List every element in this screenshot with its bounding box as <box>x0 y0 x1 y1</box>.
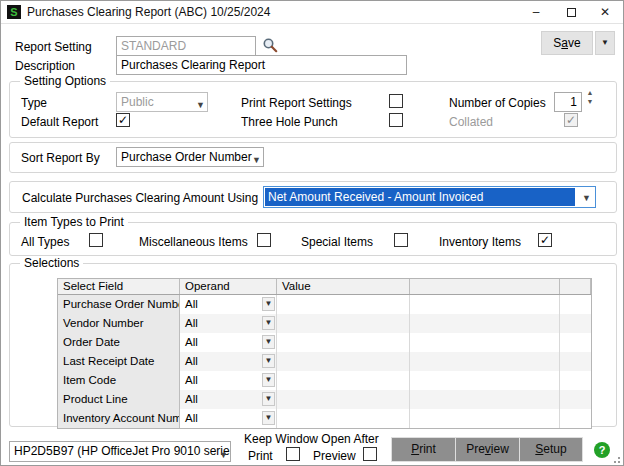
keep-open-print-checkbox[interactable] <box>286 447 300 461</box>
preview-label-post: iew <box>491 442 509 456</box>
spacer-cell <box>560 390 591 409</box>
column-header-spacer <box>560 279 591 294</box>
spacer-cell <box>560 409 591 428</box>
value-cell[interactable] <box>277 390 410 409</box>
keep-open-preview-checkbox[interactable] <box>363 447 377 461</box>
operand-dropdown-icon[interactable]: ▼ <box>262 373 275 387</box>
type-value: Public <box>121 95 154 109</box>
item-types-title: Item Types to Print <box>20 215 128 229</box>
extra-cell <box>410 295 560 314</box>
select-field-cell: Vendor Number <box>58 314 180 333</box>
select-field-cell: Item Code <box>58 371 180 390</box>
report-setting-field[interactable]: STANDARD <box>116 36 256 56</box>
save-label-mnemonic: a <box>561 36 568 50</box>
help-icon[interactable]: ? <box>594 442 610 458</box>
maximize-button[interactable] <box>554 1 588 24</box>
operand-value: All <box>185 355 198 367</box>
operand-cell[interactable]: All▼ <box>180 352 277 371</box>
table-row: Vendor Number All▼ <box>58 314 591 333</box>
inventory-items-checkbox[interactable] <box>538 233 552 247</box>
value-cell[interactable] <box>277 333 410 352</box>
description-label: Description <box>15 59 75 73</box>
default-report-checkbox[interactable] <box>116 113 130 127</box>
print-report-settings-checkbox[interactable] <box>389 94 403 108</box>
table-row: Order Date All▼ <box>58 333 591 352</box>
print-button[interactable]: Print <box>391 437 455 462</box>
miscellaneous-items-checkbox[interactable] <box>257 233 271 247</box>
keep-window-open-label: Keep Window Open After <box>244 432 379 446</box>
extra-cell <box>410 333 560 352</box>
table-row: Last Receipt Date All▼ <box>58 352 591 371</box>
sage-app-icon: S <box>7 5 21 19</box>
spacer-cell <box>560 352 591 371</box>
sort-combo-arrow-icon: ▼ <box>252 151 261 167</box>
close-button[interactable]: ✕ <box>588 1 622 24</box>
purchases-clearing-report-window: S Purchases Clearing Report (ABC) 10/25/… <box>0 0 624 466</box>
preview-label-pre: Pre <box>466 442 485 456</box>
keep-open-preview-label: Preview <box>313 449 356 463</box>
operand-dropdown-icon[interactable]: ▼ <box>262 316 275 330</box>
extra-cell <box>410 390 560 409</box>
lookup-magnifier-icon[interactable] <box>262 37 278 53</box>
three-hole-punch-checkbox[interactable] <box>389 113 403 127</box>
setup-button[interactable]: Setup <box>519 437 583 462</box>
value-cell[interactable] <box>277 409 410 428</box>
selections-group: Selections Select Field Operand Value Pu… <box>9 263 617 427</box>
calculate-value: Net Amount Received - Amount Invoiced <box>265 188 575 206</box>
value-cell[interactable] <box>277 295 410 314</box>
operand-value: All <box>185 393 198 405</box>
table-row: Purchase Order Number All▼ <box>58 295 591 314</box>
operand-value: All <box>185 317 198 329</box>
value-cell[interactable] <box>277 314 410 333</box>
printer-select[interactable]: HP2D5B97 (HP OfficeJet Pro 9010 series)▼ <box>9 441 231 462</box>
printer-value: HP2D5B97 (HP OfficeJet Pro 9010 series) <box>14 444 231 458</box>
minimize-button[interactable]: – <box>519 1 553 24</box>
extra-cell <box>410 371 560 390</box>
operand-cell[interactable]: All▼ <box>180 390 277 409</box>
operand-dropdown-icon[interactable]: ▼ <box>262 354 275 368</box>
special-items-checkbox[interactable] <box>394 233 408 247</box>
operand-cell[interactable]: All▼ <box>180 333 277 352</box>
number-of-copies-field[interactable]: 1 <box>554 92 582 112</box>
operand-cell[interactable]: All▼ <box>180 295 277 314</box>
save-dropdown-button[interactable]: ▼ <box>595 31 615 55</box>
operand-cell[interactable]: All▼ <box>180 409 277 428</box>
save-button[interactable]: Save <box>541 31 593 55</box>
operand-dropdown-icon[interactable]: ▼ <box>262 297 275 311</box>
calculate-label: Calculate Purchases Clearing Amount Usin… <box>22 191 258 205</box>
operand-dropdown-icon[interactable]: ▼ <box>262 411 275 425</box>
operand-dropdown-icon[interactable]: ▼ <box>262 392 275 406</box>
type-combo-arrow-icon: ▼ <box>196 96 205 112</box>
calculate-combo[interactable]: Net Amount Received - Amount Invoiced ▼ <box>263 186 596 208</box>
spacer-cell <box>560 314 591 333</box>
preview-button[interactable]: Preview <box>455 437 519 462</box>
print-label-post: rint <box>419 442 436 456</box>
operand-dropdown-icon[interactable]: ▼ <box>262 335 275 349</box>
save-label-post: ve <box>568 36 581 50</box>
number-of-copies-spinner[interactable]: ▲▼ <box>584 88 596 108</box>
resize-grip[interactable] <box>611 454 621 464</box>
operand-cell[interactable]: All▼ <box>180 371 277 390</box>
print-report-settings-label: Print Report Settings <box>241 96 352 110</box>
sort-report-by-combo[interactable]: Purchase Order Number▼ <box>116 147 264 167</box>
operand-value: All <box>185 298 198 310</box>
report-setting-label: Report Setting <box>15 40 92 54</box>
value-cell[interactable] <box>277 371 410 390</box>
description-field[interactable]: Purchases Clearing Report <box>116 55 407 75</box>
footer-buttons: Print Preview Setup <box>391 437 583 462</box>
select-field-cell: Last Receipt Date <box>58 352 180 371</box>
extra-cell <box>410 352 560 371</box>
printer-combo-arrow-icon: ▼ <box>219 446 228 462</box>
print-label-mnemonic: P <box>411 442 419 456</box>
setting-options-title: Setting Options <box>20 74 110 88</box>
select-field-cell: Purchase Order Number <box>58 295 180 314</box>
value-cell[interactable] <box>277 352 410 371</box>
extra-cell <box>410 314 560 333</box>
operand-cell[interactable]: All▼ <box>180 314 277 333</box>
setup-label-post: etup <box>543 442 566 456</box>
type-combo[interactable]: Public▼ <box>116 92 208 112</box>
extra-cell <box>410 409 560 428</box>
select-field-cell: Inventory Account Number <box>58 409 180 428</box>
all-types-checkbox[interactable] <box>89 233 103 247</box>
collated-checkbox <box>564 113 578 127</box>
